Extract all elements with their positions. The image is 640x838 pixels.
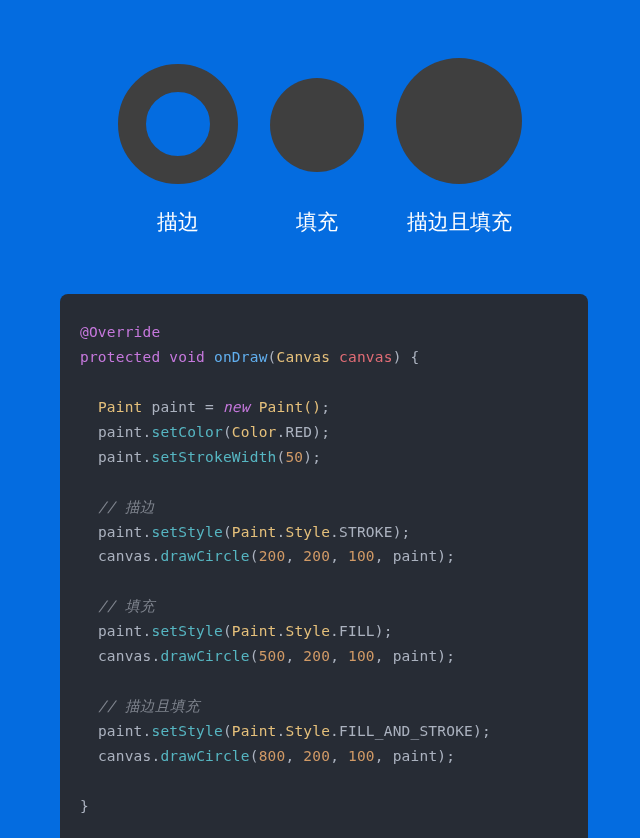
shapes-row: 描边 填充 描边且填充 <box>0 0 640 256</box>
code-block: @Overrideprotected void onDraw(Canvas ca… <box>60 294 588 838</box>
shape-label-stroke: 描边 <box>157 208 199 236</box>
shape-label-fill: 填充 <box>296 208 338 236</box>
shape-stroke: 描边 <box>118 64 238 236</box>
shape-fill: 填充 <box>270 78 364 236</box>
shape-label-both: 描边且填充 <box>407 208 512 236</box>
code-annotation: @Override <box>80 324 160 340</box>
shape-stroke-and-fill: 描边且填充 <box>396 58 522 236</box>
circle-medium-icon <box>270 78 364 172</box>
ring-icon <box>118 64 238 184</box>
circle-large-icon <box>396 58 522 184</box>
